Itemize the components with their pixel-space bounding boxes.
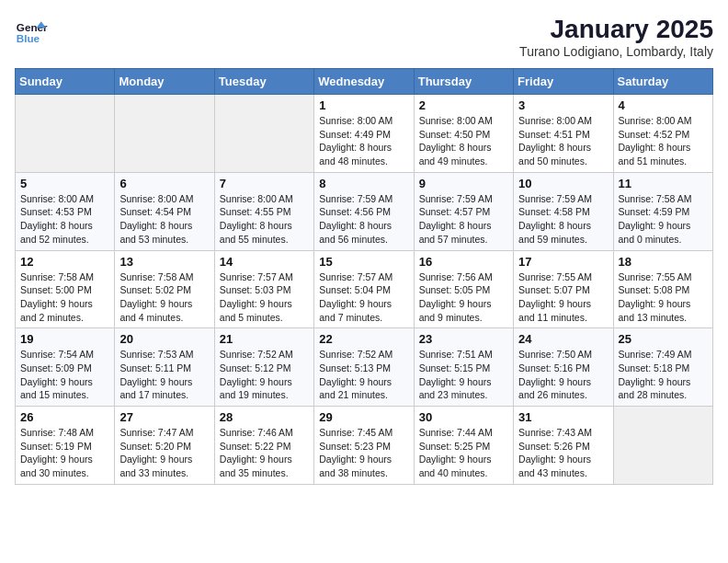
day-number: 26 — [20, 410, 109, 424]
week-row-4: 19Sunrise: 7:54 AMSunset: 5:09 PMDayligh… — [16, 328, 713, 407]
day-cell: 10Sunrise: 7:59 AMSunset: 4:58 PMDayligh… — [514, 172, 613, 250]
day-cell: 5Sunrise: 8:00 AMSunset: 4:53 PMDaylight… — [16, 172, 115, 250]
day-info: Sunrise: 7:50 AMSunset: 5:16 PMDaylight:… — [518, 348, 608, 402]
day-cell: 25Sunrise: 7:49 AMSunset: 5:18 PMDayligh… — [613, 328, 712, 407]
day-number: 25 — [619, 332, 708, 346]
day-cell: 3Sunrise: 8:00 AMSunset: 4:51 PMDaylight… — [514, 95, 613, 173]
day-cell: 17Sunrise: 7:55 AMSunset: 5:07 PMDayligh… — [514, 250, 613, 328]
calendar-header-row: SundayMondayTuesdayWednesdayThursdayFrid… — [16, 69, 713, 95]
day-cell: 4Sunrise: 8:00 AMSunset: 4:52 PMDaylight… — [613, 95, 712, 173]
day-info: Sunrise: 7:59 AMSunset: 4:57 PMDaylight:… — [419, 192, 508, 247]
day-info: Sunrise: 7:59 AMSunset: 4:56 PMDaylight:… — [319, 192, 408, 247]
day-info: Sunrise: 7:43 AMSunset: 5:26 PMDaylight:… — [518, 426, 608, 480]
day-cell: 18Sunrise: 7:55 AMSunset: 5:08 PMDayligh… — [613, 250, 712, 328]
svg-text:Blue: Blue — [17, 32, 40, 44]
day-cell: 28Sunrise: 7:46 AMSunset: 5:22 PMDayligh… — [214, 407, 313, 485]
page-header: General Blue January 2025 Turano Lodigia… — [15, 15, 713, 59]
day-cell: 9Sunrise: 7:59 AMSunset: 4:57 PMDaylight… — [414, 172, 513, 250]
day-info: Sunrise: 7:54 AMSunset: 5:09 PMDaylight:… — [20, 348, 109, 402]
week-row-3: 12Sunrise: 7:58 AMSunset: 5:00 PMDayligh… — [16, 250, 713, 328]
day-info: Sunrise: 7:48 AMSunset: 5:19 PMDaylight:… — [20, 426, 109, 480]
day-cell: 31Sunrise: 7:43 AMSunset: 5:26 PMDayligh… — [514, 407, 613, 485]
day-info: Sunrise: 7:55 AMSunset: 5:07 PMDaylight:… — [518, 270, 608, 325]
day-cell: 15Sunrise: 7:57 AMSunset: 5:04 PMDayligh… — [314, 250, 414, 328]
day-number: 8 — [319, 177, 408, 190]
day-number: 16 — [419, 255, 508, 269]
day-cell: 20Sunrise: 7:53 AMSunset: 5:11 PMDayligh… — [115, 328, 214, 407]
day-number: 18 — [619, 255, 708, 269]
day-number: 22 — [319, 332, 408, 346]
day-cell: 26Sunrise: 7:48 AMSunset: 5:19 PMDayligh… — [16, 407, 115, 485]
day-number: 12 — [20, 255, 109, 269]
day-cell: 16Sunrise: 7:56 AMSunset: 5:05 PMDayligh… — [414, 250, 513, 328]
day-cell — [613, 407, 712, 485]
day-cell: 6Sunrise: 8:00 AMSunset: 4:54 PMDaylight… — [115, 172, 214, 250]
day-info: Sunrise: 7:55 AMSunset: 5:08 PMDaylight:… — [619, 270, 708, 325]
day-info: Sunrise: 7:45 AMSunset: 5:23 PMDaylight:… — [319, 426, 408, 480]
day-cell — [115, 95, 214, 173]
logo: General Blue — [15, 15, 48, 48]
day-number: 13 — [119, 255, 209, 269]
day-number: 19 — [20, 332, 109, 346]
calendar-table: SundayMondayTuesdayWednesdayThursdayFrid… — [15, 68, 713, 485]
day-cell: 19Sunrise: 7:54 AMSunset: 5:09 PMDayligh… — [16, 328, 115, 407]
day-cell: 2Sunrise: 8:00 AMSunset: 4:50 PMDaylight… — [414, 95, 513, 173]
day-cell: 13Sunrise: 7:58 AMSunset: 5:02 PMDayligh… — [115, 250, 214, 328]
logo-icon: General Blue — [15, 15, 48, 48]
day-cell: 22Sunrise: 7:52 AMSunset: 5:13 PMDayligh… — [314, 328, 414, 407]
day-info: Sunrise: 7:56 AMSunset: 5:05 PMDaylight:… — [419, 270, 508, 325]
day-number: 15 — [319, 255, 408, 269]
day-info: Sunrise: 7:57 AMSunset: 5:04 PMDaylight:… — [319, 270, 408, 325]
day-number: 7 — [220, 177, 309, 190]
col-header-thursday: Thursday — [414, 69, 513, 95]
col-header-sunday: Sunday — [16, 69, 115, 95]
day-cell: 8Sunrise: 7:59 AMSunset: 4:56 PMDaylight… — [314, 172, 414, 250]
day-number: 30 — [419, 410, 508, 424]
day-info: Sunrise: 7:59 AMSunset: 4:58 PMDaylight:… — [518, 192, 608, 247]
day-info: Sunrise: 8:00 AMSunset: 4:52 PMDaylight:… — [619, 114, 708, 168]
day-number: 24 — [518, 332, 608, 346]
month-title: January 2025 — [519, 15, 713, 44]
day-number: 27 — [119, 410, 209, 424]
day-number: 31 — [518, 410, 608, 424]
day-number: 14 — [220, 255, 309, 269]
day-cell — [214, 95, 313, 173]
day-info: Sunrise: 7:52 AMSunset: 5:13 PMDaylight:… — [319, 348, 408, 402]
week-row-1: 1Sunrise: 8:00 AMSunset: 4:49 PMDaylight… — [16, 95, 713, 173]
day-number: 17 — [518, 255, 608, 269]
title-block: January 2025 Turano Lodigiano, Lombardy,… — [519, 15, 713, 59]
day-info: Sunrise: 8:00 AMSunset: 4:51 PMDaylight:… — [518, 114, 608, 168]
day-cell: 11Sunrise: 7:58 AMSunset: 4:59 PMDayligh… — [613, 172, 712, 250]
col-header-tuesday: Tuesday — [214, 69, 313, 95]
day-cell — [16, 95, 115, 173]
day-info: Sunrise: 8:00 AMSunset: 4:50 PMDaylight:… — [419, 114, 508, 168]
day-number: 4 — [619, 98, 708, 112]
week-row-5: 26Sunrise: 7:48 AMSunset: 5:19 PMDayligh… — [16, 407, 713, 485]
day-info: Sunrise: 7:58 AMSunset: 4:59 PMDaylight:… — [619, 192, 708, 247]
day-number: 9 — [419, 177, 508, 190]
col-header-monday: Monday — [115, 69, 214, 95]
day-info: Sunrise: 7:49 AMSunset: 5:18 PMDaylight:… — [619, 348, 708, 402]
day-info: Sunrise: 8:00 AMSunset: 4:49 PMDaylight:… — [319, 114, 408, 168]
day-info: Sunrise: 7:53 AMSunset: 5:11 PMDaylight:… — [119, 348, 209, 402]
day-cell: 21Sunrise: 7:52 AMSunset: 5:12 PMDayligh… — [214, 328, 313, 407]
day-number: 1 — [319, 98, 408, 112]
day-info: Sunrise: 8:00 AMSunset: 4:53 PMDaylight:… — [20, 192, 109, 247]
day-info: Sunrise: 7:51 AMSunset: 5:15 PMDaylight:… — [419, 348, 508, 402]
day-number: 10 — [518, 177, 608, 190]
day-number: 20 — [119, 332, 209, 346]
day-info: Sunrise: 7:52 AMSunset: 5:12 PMDaylight:… — [220, 348, 309, 402]
day-info: Sunrise: 7:44 AMSunset: 5:25 PMDaylight:… — [419, 426, 508, 480]
day-number: 6 — [119, 177, 209, 190]
day-cell: 30Sunrise: 7:44 AMSunset: 5:25 PMDayligh… — [414, 407, 513, 485]
day-info: Sunrise: 7:58 AMSunset: 5:00 PMDaylight:… — [20, 270, 109, 325]
day-cell: 1Sunrise: 8:00 AMSunset: 4:49 PMDaylight… — [314, 95, 414, 173]
day-number: 11 — [619, 177, 708, 190]
week-row-2: 5Sunrise: 8:00 AMSunset: 4:53 PMDaylight… — [16, 172, 713, 250]
day-cell: 14Sunrise: 7:57 AMSunset: 5:03 PMDayligh… — [214, 250, 313, 328]
day-cell: 27Sunrise: 7:47 AMSunset: 5:20 PMDayligh… — [115, 407, 214, 485]
day-number: 29 — [319, 410, 408, 424]
day-info: Sunrise: 7:57 AMSunset: 5:03 PMDaylight:… — [220, 270, 309, 325]
day-info: Sunrise: 8:00 AMSunset: 4:55 PMDaylight:… — [220, 192, 309, 247]
col-header-saturday: Saturday — [613, 69, 712, 95]
